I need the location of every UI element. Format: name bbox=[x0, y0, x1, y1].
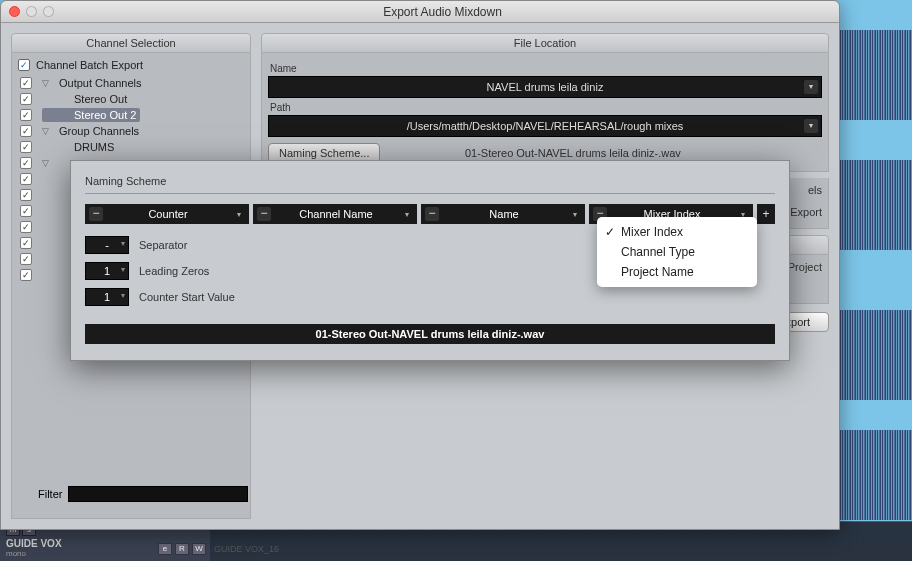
naming-col-channel-name[interactable]: −Channel Name▾ bbox=[253, 204, 417, 224]
zoom-icon[interactable] bbox=[43, 6, 54, 17]
remove-icon[interactable]: − bbox=[257, 207, 271, 221]
path-value: /Users/matth/Desktop/NAVEL/REHEARSAL/rou… bbox=[407, 120, 684, 132]
leading-zeros-label: Leading Zeros bbox=[139, 265, 209, 277]
tree-checkbox[interactable] bbox=[20, 237, 32, 249]
tree-item-stereo-out[interactable]: Stereo Out bbox=[42, 92, 131, 106]
filename-preview: 01-Stereo Out-NAVEL drums leila diniz-.w… bbox=[465, 147, 681, 159]
counter-start-input[interactable]: 1 bbox=[85, 288, 129, 306]
tree-checkbox[interactable] bbox=[20, 157, 32, 169]
tree-item-output-channels[interactable]: Output Channels bbox=[55, 76, 146, 90]
tree-item-drums[interactable]: DRUMS bbox=[42, 140, 118, 154]
name-field[interactable]: NAVEL drums leila diniz▾ bbox=[268, 76, 822, 98]
path-label: Path bbox=[270, 102, 820, 113]
name-dropdown-icon[interactable]: ▾ bbox=[804, 80, 818, 94]
channel-batch-export-label: Channel Batch Export bbox=[36, 59, 143, 71]
tree-checkbox[interactable] bbox=[20, 93, 32, 105]
tree-item-stereo-out-2[interactable]: Stereo Out 2 bbox=[42, 108, 140, 122]
disclosure-icon[interactable]: ▽ bbox=[42, 158, 52, 168]
naming-scheme-popup: Naming Scheme −Counter▾ −Channel Name▾ −… bbox=[70, 160, 790, 361]
remove-icon[interactable]: − bbox=[425, 207, 439, 221]
tree-checkbox[interactable] bbox=[20, 125, 32, 137]
tree-checkbox[interactable] bbox=[20, 141, 32, 153]
add-element-button[interactable]: + bbox=[757, 204, 775, 224]
filter-label: Filter bbox=[38, 488, 62, 500]
track-write-button[interactable]: W bbox=[192, 543, 206, 555]
path-dropdown-icon[interactable]: ▾ bbox=[804, 119, 818, 133]
naming-col-counter[interactable]: −Counter▾ bbox=[85, 204, 249, 224]
leading-zeros-input[interactable]: 1 bbox=[85, 262, 129, 280]
name-label: Name bbox=[270, 63, 820, 74]
chevron-down-icon[interactable]: ▾ bbox=[233, 210, 245, 219]
tree-checkbox[interactable] bbox=[20, 269, 32, 281]
separator-label: Separator bbox=[139, 239, 187, 251]
clip-label: GUIDE VOX_16 bbox=[214, 544, 279, 554]
tree-item-group-channels[interactable]: Group Channels bbox=[55, 124, 143, 138]
disclosure-icon[interactable]: ▽ bbox=[42, 126, 52, 136]
tree-checkbox[interactable] bbox=[20, 189, 32, 201]
waveform-strip bbox=[832, 160, 912, 250]
counter-start-label: Counter Start Value bbox=[139, 291, 235, 303]
channel-batch-export-checkbox[interactable] bbox=[18, 59, 30, 71]
chevron-down-icon[interactable]: ▾ bbox=[401, 210, 413, 219]
file-location-header: File Location bbox=[261, 33, 829, 53]
naming-col-name[interactable]: −Name▾ bbox=[421, 204, 585, 224]
titlebar[interactable]: Export Audio Mixdown bbox=[1, 1, 839, 23]
separator-input[interactable]: - bbox=[85, 236, 129, 254]
tree-checkbox[interactable] bbox=[20, 253, 32, 265]
window-title: Export Audio Mixdown bbox=[54, 5, 831, 19]
tree-checkbox[interactable] bbox=[20, 173, 32, 185]
waveform-strip bbox=[832, 310, 912, 400]
channel-selection-header: Channel Selection bbox=[11, 33, 251, 53]
track-read-button[interactable]: R bbox=[175, 543, 189, 555]
tree-checkbox[interactable] bbox=[20, 205, 32, 217]
disclosure-icon[interactable]: ▽ bbox=[42, 78, 52, 88]
naming-preview: 01-Stereo Out-NAVEL drums leila diniz-.w… bbox=[85, 324, 775, 344]
name-value: NAVEL drums leila diniz bbox=[487, 81, 604, 93]
dropdown-item-project-name[interactable]: Project Name bbox=[597, 262, 757, 282]
path-field[interactable]: /Users/matth/Desktop/NAVEL/REHEARSAL/rou… bbox=[268, 115, 822, 137]
dropdown-item-mixer-index[interactable]: Mixer Index bbox=[597, 222, 757, 242]
tree-checkbox[interactable] bbox=[20, 109, 32, 121]
divider bbox=[85, 193, 775, 194]
filter-input[interactable] bbox=[68, 486, 248, 502]
waveform-strip bbox=[832, 30, 912, 120]
naming-scheme-title: Naming Scheme bbox=[85, 175, 775, 187]
minimize-icon[interactable] bbox=[26, 6, 37, 17]
close-icon[interactable] bbox=[9, 6, 20, 17]
dropdown-item-channel-type[interactable]: Channel Type bbox=[597, 242, 757, 262]
tree-checkbox[interactable] bbox=[20, 77, 32, 89]
remove-icon[interactable]: − bbox=[89, 207, 103, 221]
tree-checkbox[interactable] bbox=[20, 221, 32, 233]
chevron-down-icon[interactable]: ▾ bbox=[569, 210, 581, 219]
track-edit-button[interactable]: e bbox=[158, 543, 172, 555]
channels-label-fragment: els bbox=[808, 184, 822, 196]
naming-element-dropdown[interactable]: Mixer Index Channel Type Project Name bbox=[597, 217, 757, 287]
waveform-strip bbox=[832, 430, 912, 520]
